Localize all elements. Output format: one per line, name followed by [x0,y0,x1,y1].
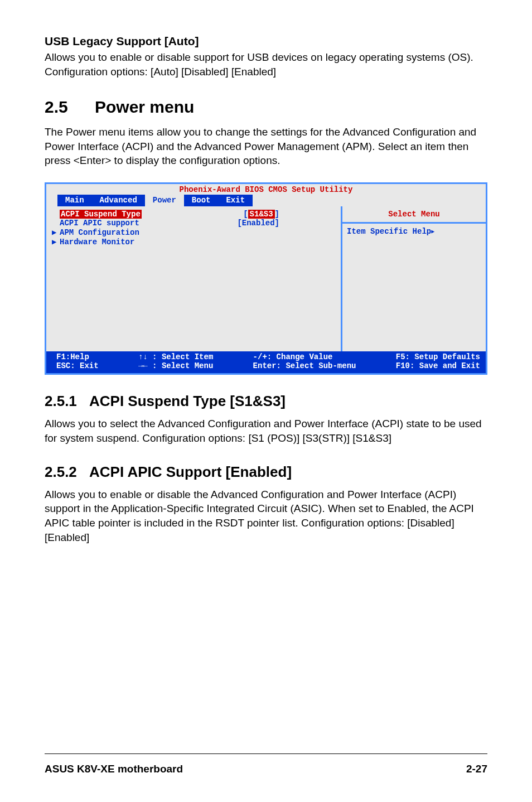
bios-row-hwmon: ▶ Hardware Monitor [52,238,335,247]
bios-footer: F1:Help ESC: Exit ↑↓ : Select Item →← : … [46,351,486,374]
section-2-5-heading: 2.5Power menu [45,96,487,119]
bios-menu: Main Advanced Power Boot Exit [46,195,486,206]
bios-tab-advanced: Advanced [92,195,145,206]
bios-row-acpi-apic: ACPI APIC support [Enabled] [52,219,335,228]
bios-tab-boot: Boot [184,195,219,206]
usb-heading: USB Legacy Support [Auto] [45,33,487,49]
section-2-5-2-heading: 2.5.2ACPI APIC Support [Enabled] [45,462,487,482]
spacer [52,219,60,228]
bios-tab-exit: Exit [218,195,253,206]
bios-tab-main: Main [57,195,92,206]
bios-key-change: -/+: Change Value [253,352,333,361]
bios-left-panel: ACPI Suspend Type [S1&S3] ACPI APIC supp… [46,206,341,351]
section-2-5-2-body: Allows you to enable or disable the Adva… [45,487,487,545]
section-2-5-1-heading: 2.5.1ACPI Suspend Type [S1&S3] [45,392,487,411]
bios-key-esc: ESC: Exit [56,361,99,370]
bios-key-f5: F5: Setup Defaults [396,352,480,361]
section-2-5-body: The Power menu items allow you to change… [45,125,487,168]
submenu-arrow-icon: ▶ [52,238,60,247]
bios-tab-power: Power [145,195,184,206]
bios-row-label: APM Configuration [60,228,227,238]
right-arrow-icon [431,227,434,236]
bios-key-enter: Enter: Select Sub-menu [253,361,356,370]
bios-title: Phoenix-Award BIOS CMOS Setup Utility [46,184,486,195]
bios-footer-col4: F5: Setup Defaults F10: Save and Exit [396,352,480,371]
bios-screenshot: Phoenix-Award BIOS CMOS Setup Utility Ma… [45,182,487,375]
section-number: 2.5 [45,96,95,119]
bios-footer-col2: ↑↓ : Select Item →← : Select Menu [138,352,213,371]
subsection-number: 2.5.2 [45,462,89,482]
footer-right: 2-27 [466,762,487,776]
subsection-title: ACPI APIC Support [Enabled] [89,463,292,480]
usb-body: Allows you to enable or disable support … [45,50,487,79]
submenu-arrow-icon: ▶ [52,228,60,238]
page-footer: ASUS K8V-XE motherboard 2-27 [45,753,487,776]
bios-right-panel: Select Menu Item Specific Help [341,206,486,351]
bios-key-updown: ↑↓ : Select Item [138,352,213,361]
bios-right-title: Select Menu [342,206,486,224]
bios-key-f10: F10: Save and Exit [396,361,480,370]
bios-row-acpi-suspend: ACPI Suspend Type [S1&S3] [52,210,335,219]
bios-row-apm: ▶ APM Configuration [52,228,335,238]
subsection-number: 2.5.1 [45,392,89,411]
section-title: Power menu [95,98,194,116]
bios-row-label: ACPI APIC support [60,219,227,228]
section-2-5-1-body: Allows you to select the Advanced Config… [45,417,487,445]
bios-row-label: ACPI Suspend Type [60,210,142,219]
bios-footer-col3: -/+: Change Value Enter: Select Sub-menu [253,352,356,371]
bios-row-value: [Enabled] [237,219,279,228]
bios-footer-col1: F1:Help ESC: Exit [56,352,99,371]
spacer [52,210,60,219]
bios-row-value: S1&S3 [248,210,275,219]
bios-key-leftright: →← : Select Menu [138,361,213,370]
bios-key-help: F1:Help [56,352,89,361]
subsection-title: ACPI Suspend Type [S1&S3] [89,393,286,409]
bios-right-body: Item Specific Help [342,224,486,351]
bios-row-label: Hardware Monitor [60,238,227,247]
footer-left: ASUS K8V-XE motherboard [45,762,183,776]
bios-help-text: Item Specific Help [347,227,431,236]
